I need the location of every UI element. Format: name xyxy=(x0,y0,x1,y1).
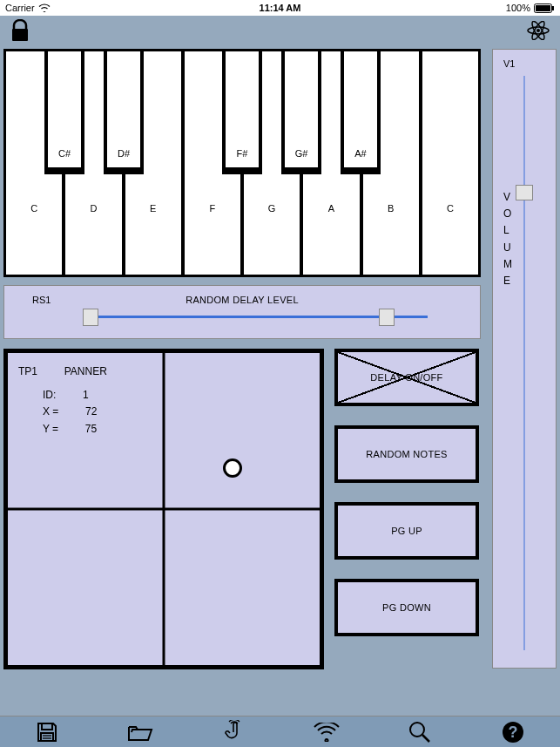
delay-slider-id: RS1 xyxy=(32,295,51,305)
battery-pct: 100% xyxy=(506,3,530,13)
delay-toggle-button[interactable]: DELAY ON/OFF xyxy=(334,349,479,406)
svg-point-7 xyxy=(536,29,540,32)
status-bar: Carrier 11:14 AM 100% xyxy=(0,0,560,16)
volume-thumb[interactable] xyxy=(516,185,533,200)
help-icon[interactable]: ? xyxy=(497,719,529,745)
piano-keyboard[interactable]: C D E F G A B C C# D# F# G# A# xyxy=(3,49,481,277)
delay-slider-thumb-left[interactable] xyxy=(83,309,98,326)
svg-text:?: ? xyxy=(509,723,518,741)
panner-axis-horizontal xyxy=(8,508,320,511)
svg-rect-1 xyxy=(536,5,550,11)
random-delay-slider[interactable]: RS1 RANDOM DELAY LEVEL xyxy=(3,285,481,339)
open-folder-icon[interactable] xyxy=(125,719,156,745)
delay-slider-track xyxy=(83,316,428,318)
svg-rect-8 xyxy=(42,723,52,730)
search-icon[interactable] xyxy=(404,719,435,745)
wifi-connect-icon[interactable] xyxy=(311,719,342,745)
clock-label: 11:14 AM xyxy=(260,3,301,13)
svg-rect-2 xyxy=(552,6,554,10)
black-key-gsharp[interactable]: G# xyxy=(281,51,321,174)
page-down-button[interactable]: PG DOWN xyxy=(334,579,479,636)
delay-slider-title: RANDOM DELAY LEVEL xyxy=(186,295,299,305)
volume-id: V1 xyxy=(503,58,515,69)
panner-dot[interactable] xyxy=(223,458,242,478)
volume-slider[interactable]: V1 VOLUME xyxy=(492,49,557,669)
wifi-icon xyxy=(38,3,51,12)
page-up-button[interactable]: PG UP xyxy=(334,502,479,560)
svg-line-13 xyxy=(422,735,429,742)
carrier-label: Carrier xyxy=(5,3,35,13)
top-bar xyxy=(0,16,560,45)
svg-rect-3 xyxy=(12,29,28,41)
svg-point-12 xyxy=(410,723,424,737)
random-notes-button[interactable]: RANDOM NOTES xyxy=(334,425,479,483)
black-key-fsharp[interactable]: F# xyxy=(222,51,262,174)
panner-pad[interactable]: TP1 PANNER ID: 1 X = 72 Y = 75 xyxy=(3,349,324,669)
settings-atom-icon[interactable] xyxy=(527,21,550,40)
volume-label: VOLUME xyxy=(503,189,515,289)
battery-icon xyxy=(534,3,555,13)
save-icon[interactable] xyxy=(31,719,63,745)
delay-slider-thumb-right[interactable] xyxy=(379,309,395,326)
touch-icon[interactable] xyxy=(218,719,249,745)
black-key-csharp[interactable]: C# xyxy=(44,51,84,174)
black-key-asharp[interactable]: A# xyxy=(341,51,381,174)
black-key-dsharp[interactable]: D# xyxy=(104,51,144,174)
svg-rect-9 xyxy=(41,733,53,741)
white-key-c2[interactable]: C xyxy=(422,51,478,275)
volume-track xyxy=(524,76,525,650)
bottom-toolbar: ? xyxy=(0,716,560,747)
panner-info: TP1 PANNER ID: 1 X = 72 Y = 75 xyxy=(18,363,107,438)
lock-icon[interactable] xyxy=(10,19,30,42)
